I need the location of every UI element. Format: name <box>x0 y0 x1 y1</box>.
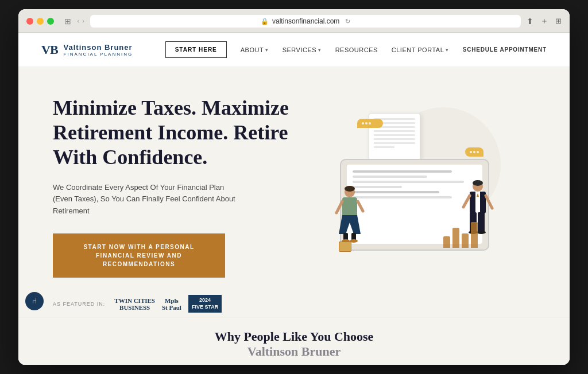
featured-label: AS FEATURED IN: <box>53 301 105 307</box>
nav-client-portal[interactable]: CLIENT PORTAL ▾ <box>392 46 449 53</box>
bottom-heading: Why People Like You Choose <box>41 329 547 344</box>
nav-start-here[interactable]: START HERE <box>165 41 227 58</box>
screen-line <box>353 170 452 173</box>
svg-line-4 <box>358 201 363 211</box>
bar-chart <box>443 222 478 248</box>
logo[interactable]: VB Valtinson Bruner FINANCIAL PLANNING <box>41 42 133 57</box>
accessibility-button[interactable]: ⑁ <box>25 292 44 310</box>
chat-dot <box>369 122 371 124</box>
hero-content-left: Minimize Taxes. Maximize Retirement Inco… <box>53 90 294 313</box>
chat-dot <box>473 151 475 153</box>
bottom-section: Why People Like You Choose Valtinson Bru… <box>18 317 570 365</box>
screen-line <box>353 181 464 183</box>
svg-line-15 <box>486 196 492 208</box>
new-tab-icon[interactable]: ＋ <box>540 16 548 26</box>
twin-cities-text: TWIN CITIESBUSINESS <box>114 297 155 311</box>
screen-line <box>353 196 452 198</box>
hero-headline: Minimize Taxes. Maximize Retirement Inco… <box>53 96 294 170</box>
url-text: valtinsonfinancial.com <box>272 17 339 25</box>
bottom-sub: Valtinson Bruner <box>41 344 547 359</box>
doc-line <box>374 134 415 136</box>
doc-line <box>374 138 415 140</box>
sidebar-toggle-icon[interactable]: ⊞ <box>64 17 71 26</box>
accessibility-icon: ⑁ <box>32 297 37 306</box>
close-button[interactable] <box>26 18 33 25</box>
screen-line <box>353 176 427 178</box>
svg-line-3 <box>336 201 342 213</box>
browser-controls: ⊞ <box>64 17 71 26</box>
svg-rect-2 <box>342 197 357 217</box>
chat-dot <box>470 151 472 153</box>
svg-rect-17 <box>478 212 485 232</box>
website-content: VB Valtinson Bruner FINANCIAL PLANNING S… <box>18 33 570 365</box>
share-icon[interactable]: ⬆ <box>527 17 533 26</box>
doc-line <box>374 142 415 144</box>
svg-point-19 <box>477 231 486 234</box>
twin-cities-logo: TWIN CITIESBUSINESS <box>114 297 155 311</box>
back-button[interactable]: ‹ <box>77 17 80 26</box>
financial-illustration <box>323 102 506 262</box>
reload-icon: ↻ <box>345 18 350 25</box>
mpls-text: MplsSt Paul <box>162 297 181 311</box>
lock-icon: 🔒 <box>261 18 269 25</box>
address-bar[interactable]: 🔒 valtinsonfinancial.com ↻ <box>90 15 521 28</box>
svg-line-14 <box>463 196 470 207</box>
chat-dot <box>362 122 364 124</box>
five-star-logo: 2024FIVE STAR <box>188 295 222 313</box>
chat-bubble-1 <box>357 119 383 128</box>
services-chevron: ▾ <box>318 47 322 53</box>
featured-section: AS FEATURED IN: TWIN CITIESBUSINESS Mpls… <box>53 295 294 313</box>
browser-nav: ‹ › <box>77 17 84 26</box>
browser-actions: ⬆ ＋ ⊞ <box>527 16 562 26</box>
nav-services[interactable]: SERVICES ▾ <box>283 46 322 53</box>
chat-bubble-2 <box>465 147 483 157</box>
featured-logos: TWIN CITIESBUSINESS MplsSt Paul 2024FIVE… <box>114 295 222 313</box>
grid-icon[interactable]: ⊞ <box>555 17 562 26</box>
bar-1 <box>443 236 450 248</box>
bar-3 <box>462 233 469 248</box>
doc-line <box>374 130 415 132</box>
nav-links: START HERE ABOUT ▾ SERVICES ▾ RESOURCES … <box>165 41 547 58</box>
hero-subtitle: We Coordinate Every Aspect Of Your Finan… <box>53 182 237 217</box>
hero-section: Minimize Taxes. Maximize Retirement Inco… <box>18 67 570 317</box>
bar-2 <box>452 228 459 248</box>
minimize-button[interactable] <box>37 18 44 25</box>
chat-dot <box>365 122 368 124</box>
logo-text: Valtinson Bruner FINANCIAL PLANNING <box>64 43 133 57</box>
about-chevron: ▾ <box>265 47 269 53</box>
logo-name: Valtinson Bruner <box>64 43 133 52</box>
nav-about[interactable]: ABOUT ▾ <box>241 46 269 53</box>
traffic-lights <box>26 18 54 25</box>
nav-schedule[interactable]: SCHEDULE APPOINTMENT <box>463 46 547 53</box>
maximize-button[interactable] <box>47 18 54 25</box>
portal-chevron: ▾ <box>446 47 449 53</box>
chat-dot <box>477 151 479 153</box>
cta-button[interactable]: START NOW WITH A PERSONAL FINANCIAL REVI… <box>53 233 225 278</box>
logo-sub: FINANCIAL PLANNING <box>64 52 133 57</box>
browser-chrome: ⊞ ‹ › 🔒 valtinsonfinancial.com ↻ ⬆ ＋ ⊞ <box>18 9 570 33</box>
site-nav: VB Valtinson Bruner FINANCIAL PLANNING S… <box>18 33 570 67</box>
doc-line <box>374 146 394 148</box>
browser-window: ⊞ ‹ › 🔒 valtinsonfinancial.com ↻ ⬆ ＋ ⊞ V… <box>18 9 570 365</box>
forward-button[interactable]: › <box>82 17 85 26</box>
svg-point-10 <box>473 180 483 186</box>
nav-resources[interactable]: RESOURCES <box>335 46 378 53</box>
logo-vb: VB <box>41 42 58 57</box>
person-left <box>334 185 366 245</box>
svg-point-1 <box>345 186 355 192</box>
box-illustration <box>339 241 351 252</box>
hero-illustration <box>294 90 535 274</box>
person-left-svg <box>334 185 366 243</box>
mpls-logo: MplsSt Paul <box>162 297 181 311</box>
bar-4 <box>471 222 478 248</box>
